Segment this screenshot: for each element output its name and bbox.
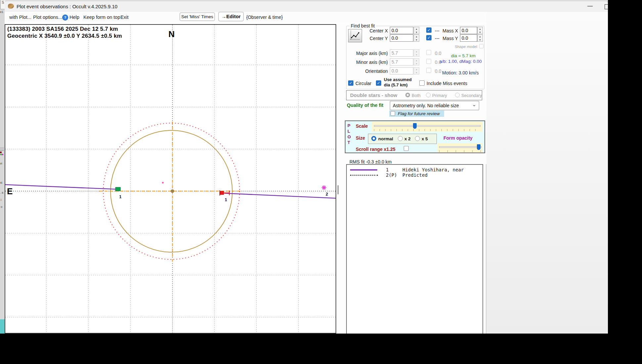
menu-with-plot[interactable]: with Plot... — [9, 15, 31, 20]
major-axis-label: Major axis (km) — [348, 51, 388, 56]
center-y-spinner[interactable]: ▲▼ — [414, 34, 419, 42]
background-text-fragment: e1 — [0, 10, 3, 14]
axis-center-lines — [5, 25, 336, 333]
legend-row-label[interactable]: Hideki Yoshihara, near — [402, 167, 464, 172]
minor-axis-spinner[interactable]: ▲▼ — [414, 58, 419, 66]
menu-plot-options[interactable]: Plot options... — [33, 15, 62, 20]
background-text-fragment: st — [0, 181, 2, 184]
size-x5-radio[interactable] — [415, 136, 420, 141]
help-icon[interactable]: ? — [62, 15, 68, 21]
dia-readout: dia = 5.7 km — [443, 53, 483, 58]
background-text-fragment: o — [1, 205, 2, 208]
scale-slider-ticks — [374, 129, 480, 131]
shape-model-checkbox[interactable] — [479, 44, 483, 48]
offset-dot — [162, 182, 163, 183]
major-axis-input[interactable] — [390, 49, 413, 57]
mass-y-label: Mass Y — [430, 36, 458, 41]
plot-letter-t: T — [347, 140, 350, 145]
plot-letter-o: O — [347, 134, 351, 139]
background-text-fragment: . a — [0, 191, 3, 194]
ab-dmag-readout: a/b: 1.00, dMag: 0.00 — [439, 59, 484, 64]
scroll-thumb-fragment[interactable] — [338, 185, 339, 194]
legend-row-label[interactable]: Predicted — [402, 172, 428, 178]
form-opacity-track[interactable] — [439, 146, 482, 148]
find-best-fit-label: Find best fit — [349, 23, 376, 28]
quality-dropdown[interactable]: Astrometry only. No reliable size ⌄ — [390, 101, 479, 110]
center-x-input[interactable] — [390, 27, 413, 34]
background-icon-fragment — [2, 154, 3, 155]
form-opacity-label: Form opacity — [443, 135, 473, 141]
size-x2-radio[interactable] — [398, 136, 403, 141]
legend-row-key[interactable]: 2(P) — [386, 172, 397, 178]
circular-checkbox[interactable] — [348, 80, 353, 86]
orientation-sigma: 0.0 — [435, 68, 441, 74]
editor-button[interactable]: →Editor — [218, 12, 244, 21]
letterbox-bottom — [0, 334, 642, 364]
legend-row-key[interactable]: 1 — [386, 167, 389, 172]
mass-x-spinner[interactable]: ▲▼ — [477, 27, 483, 34]
observer-time-label: {Observer & time} — [246, 15, 283, 20]
flag-review-checkbox[interactable] — [390, 111, 395, 116]
mass-x-input[interactable] — [460, 27, 477, 34]
use-assumed-checkbox[interactable] — [376, 80, 381, 86]
legend-dotted-sample — [350, 172, 378, 176]
center-y-label: Center Y — [355, 36, 388, 41]
scale-slider-thumb[interactable] — [413, 123, 417, 129]
form-opacity-thumb[interactable] — [477, 144, 481, 150]
scale-slider-track[interactable] — [374, 125, 481, 127]
mass-y-spinner[interactable]: ▲▼ — [477, 34, 483, 42]
window-title: Plot event observations : Occult v.4.202… — [17, 4, 117, 9]
predicted-position-star[interactable] — [322, 185, 326, 190]
disappearance-marker[interactable] — [115, 187, 120, 191]
major-axis-spinner[interactable]: ▲▼ — [414, 49, 419, 57]
grid-lines — [5, 25, 336, 333]
panel-divider — [486, 164, 486, 334]
center-dot — [172, 191, 173, 192]
menu-help[interactable]: Help — [69, 15, 79, 20]
plot-letter-p: P — [347, 123, 350, 128]
plot-letter-l: L — [347, 129, 350, 134]
double-stars-both-radio[interactable] — [405, 93, 410, 97]
chevron-down-icon: ⌄ — [472, 100, 476, 109]
center-y-input[interactable] — [390, 34, 413, 42]
background-bar — [0, 150, 4, 151]
scroll-range-label: Scroll range x1.25 — [356, 147, 395, 152]
background-bar — [0, 147, 4, 149]
scroll-range-checkbox[interactable] — [404, 146, 409, 151]
center-x-spinner[interactable]: ▲▼ — [414, 27, 419, 34]
observations-list[interactable]: 1 Hideki Yoshihara, near 2(P) Predicted — [346, 164, 483, 334]
set-miss-times-button[interactable]: Set 'Miss' Times — [180, 13, 215, 21]
desktop-area: S e1 vi st . a i o Plot event observatio… — [0, 0, 608, 334]
chord1-end-label: 1 — [225, 197, 227, 202]
include-miss-checkbox[interactable] — [419, 80, 425, 86]
orientation-fit-checkbox[interactable] — [426, 68, 431, 73]
double-stars-secondary-radio[interactable] — [455, 93, 460, 97]
scale-slider[interactable] — [372, 122, 482, 132]
letterbox-right — [608, 0, 642, 364]
scale-label: Scale — [356, 123, 368, 129]
minimize-button[interactable]: — — [587, 3, 593, 9]
orientation-input[interactable] — [390, 67, 413, 74]
background-text-fragment: vi — [0, 162, 2, 165]
title-bar: Plot event observations : Occult v.4.202… — [5, 1, 608, 12]
mass-y-input[interactable] — [460, 34, 477, 42]
event-title: (133383) 2003 SA156 2025 Dec 12 5.7 km — [7, 26, 118, 32]
size-normal-radio[interactable] — [371, 136, 376, 141]
center-x-label: Center X — [355, 28, 388, 33]
size-x5-label: x 5 — [422, 136, 428, 141]
plot-canvas[interactable]: 1 1 2 — [5, 24, 336, 334]
major-axis-fit-checkbox[interactable] — [426, 50, 431, 55]
minor-axis-fit-checkbox[interactable] — [426, 59, 431, 64]
double-stars-primary-radio[interactable] — [426, 93, 431, 97]
size-normal-label: normal — [378, 136, 393, 141]
menu-keep-on-top[interactable]: Keep form on top — [83, 15, 120, 20]
app-icon — [8, 4, 14, 9]
form-opacity-slider[interactable] — [437, 143, 482, 153]
quality-value: Astrometry only. No reliable size — [390, 103, 459, 108]
orientation-spinner[interactable]: ▲▼ — [414, 67, 419, 74]
legend-line-sample — [350, 169, 377, 170]
window-empty-area — [486, 12, 608, 334]
minor-axis-input[interactable] — [390, 58, 413, 66]
menu-exit[interactable]: Exit — [120, 15, 128, 20]
use-assumed-label-2: dia (5.7 km) — [384, 82, 408, 87]
